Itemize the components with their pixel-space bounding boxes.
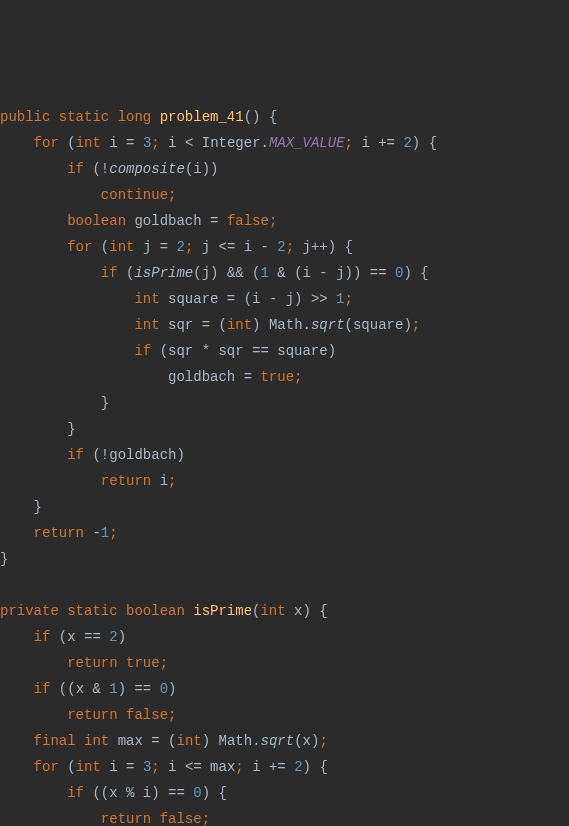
literal: false (227, 213, 269, 229)
number: 2 (294, 759, 302, 775)
method-call: sqrt (261, 733, 295, 749)
keyword: continue (101, 187, 168, 203)
expr: i <= max (168, 759, 235, 775)
type: int (76, 759, 101, 775)
arg: i (193, 161, 201, 177)
type: int (84, 733, 109, 749)
cast: int (177, 733, 202, 749)
code-editor[interactable]: public static long problem_41() { for (i… (0, 104, 569, 826)
expr: j <= i - (202, 239, 278, 255)
keyword-if: if (34, 629, 51, 645)
keyword: return (67, 655, 117, 671)
param: x (294, 603, 302, 619)
var: i (160, 473, 168, 489)
var: max (118, 733, 143, 749)
number: 1 (109, 681, 117, 697)
arg: square (353, 317, 403, 333)
literal: true (126, 655, 160, 671)
expr: !goldbach (101, 447, 177, 463)
type: int (76, 135, 101, 151)
keyword: return (101, 811, 151, 826)
expr: (x % i) == (101, 785, 193, 801)
keyword-if: if (67, 447, 84, 463)
number: 0 (193, 785, 201, 801)
var: i (109, 135, 117, 151)
op: - (92, 525, 100, 541)
method-name: problem_41 (160, 109, 244, 125)
var: goldbach (168, 369, 235, 385)
method-call: isPrime (134, 265, 193, 281)
class-ref: Math (269, 317, 303, 333)
keyword: private static (0, 603, 118, 619)
keyword-for: for (34, 759, 59, 775)
type: int (109, 239, 134, 255)
keyword: return (101, 473, 151, 489)
iter: i += (361, 135, 403, 151)
keyword-if: if (134, 343, 151, 359)
method-call: composite (109, 161, 185, 177)
method-call: sqrt (311, 317, 345, 333)
number: 1 (101, 525, 109, 541)
type: boolean (126, 603, 185, 619)
var: i (168, 135, 176, 151)
literal: false (160, 811, 202, 826)
type: boolean (67, 213, 126, 229)
keyword-for: for (34, 135, 59, 151)
var: j (143, 239, 151, 255)
keyword-if: if (101, 265, 118, 281)
type: int (134, 317, 159, 333)
keyword-for: for (67, 239, 92, 255)
arg: j (202, 265, 210, 281)
const-field: MAX_VALUE (269, 135, 345, 151)
expr: sqr * sqr == square (168, 343, 328, 359)
literal: false (126, 707, 168, 723)
keyword-if: if (67, 161, 84, 177)
method-name: isPrime (193, 603, 252, 619)
keyword: public static (0, 109, 109, 125)
type: int (134, 291, 159, 307)
keyword: return (34, 525, 84, 541)
expr: x & (76, 681, 110, 697)
keyword: final (34, 733, 76, 749)
number: 2 (277, 239, 285, 255)
number: 2 (403, 135, 411, 151)
literal: true (260, 369, 294, 385)
number: 2 (109, 629, 117, 645)
keyword-if: if (34, 681, 51, 697)
keyword-if: if (67, 785, 84, 801)
class-ref: Math (219, 733, 253, 749)
class-ref: Integer (202, 135, 261, 151)
var: i (109, 759, 117, 775)
arg: x (303, 733, 311, 749)
var: sqr (168, 317, 193, 333)
number: 1 (261, 265, 269, 281)
iter: i += (252, 759, 294, 775)
number: 1 (336, 291, 344, 307)
cast: int (227, 317, 252, 333)
iter: j++ (303, 239, 328, 255)
var: goldbach (134, 213, 201, 229)
var: square (168, 291, 218, 307)
number: 0 (160, 681, 168, 697)
expr: x == (67, 629, 109, 645)
keyword: return (67, 707, 117, 723)
type: long (118, 109, 152, 125)
number: 2 (177, 239, 185, 255)
type: int (260, 603, 285, 619)
expr: i - j (303, 265, 345, 281)
expr: (i - j) >> (244, 291, 336, 307)
